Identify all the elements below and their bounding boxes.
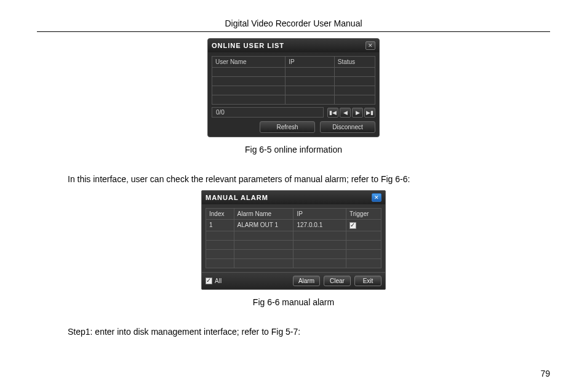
doc-header-title: Digital Video Recorder User Manual <box>37 18 550 28</box>
all-label: All <box>215 278 222 284</box>
pager-prev-icon[interactable]: ◀ <box>340 108 351 118</box>
paragraph-step1: Step1: enter into disk management interf… <box>68 327 550 337</box>
close-icon[interactable]: ✕ <box>365 41 375 50</box>
manual-alarm-table: Index Alarm Name IP Trigger 1 ALARM OUT … <box>206 208 381 268</box>
cell-index: 1 <box>206 220 234 231</box>
cell-alarm-name: ALARM OUT 1 <box>234 220 294 231</box>
dialog-body: User Name IP Status 0/0 ▮◀ ◀ ▶ ▶▮ <box>208 52 379 137</box>
table-row <box>206 258 381 268</box>
paragraph-manual-alarm-intro: In this interface, user can check the re… <box>68 174 550 184</box>
page-number: 79 <box>540 369 550 378</box>
table-row <box>206 231 381 240</box>
figure-manual-alarm: MANUAL ALARM ✕ Index Alarm Name IP Trigg… <box>37 190 550 307</box>
figure-caption: Fig 6-6 manual alarm <box>37 297 550 307</box>
clear-button[interactable]: Clear <box>324 276 351 286</box>
dialog-titlebar: ONLINE USER LIST ✕ <box>208 39 379 52</box>
col-alarm-name: Alarm Name <box>234 209 294 220</box>
pager-last-icon[interactable]: ▶▮ <box>364 108 375 118</box>
col-user-name: User Name <box>212 57 286 68</box>
exit-button[interactable]: Exit <box>354 276 381 286</box>
col-trigger: Trigger <box>346 209 381 220</box>
dialog-titlebar: MANUAL ALARM ✕ <box>202 191 385 204</box>
dialog-title: MANUAL ALARM <box>206 194 268 201</box>
all-checkbox[interactable] <box>206 278 212 284</box>
disconnect-button[interactable]: Disconnect <box>320 121 375 133</box>
header-divider <box>37 31 550 32</box>
online-user-table: User Name IP Status <box>212 56 375 105</box>
table-row <box>212 86 375 95</box>
alarm-button[interactable]: Alarm <box>293 276 320 286</box>
col-index: Index <box>206 209 234 220</box>
dialog-footer: All Alarm Clear Exit <box>202 272 385 289</box>
figure-caption: Fig 6-5 online information <box>37 145 550 154</box>
table-row <box>212 68 375 77</box>
online-user-dialog: ONLINE USER LIST ✕ User Name IP Status 0… <box>207 38 380 137</box>
pager-count: 0/0 <box>212 107 324 118</box>
pager-first-icon[interactable]: ▮◀ <box>327 108 338 118</box>
trigger-checkbox[interactable] <box>349 222 356 229</box>
refresh-button[interactable]: Refresh <box>260 121 315 133</box>
dialog-body: Index Alarm Name IP Trigger 1 ALARM OUT … <box>202 204 385 272</box>
cell-ip: 127.0.0.1 <box>294 220 346 231</box>
table-row: 1 ALARM OUT 1 127.0.0.1 <box>206 220 381 231</box>
col-ip: IP <box>294 209 346 220</box>
table-row <box>206 240 381 249</box>
table-row <box>206 249 381 258</box>
col-ip: IP <box>286 57 335 68</box>
table-row <box>212 77 375 86</box>
pager-buttons: ▮◀ ◀ ▶ ▶▮ <box>327 108 375 118</box>
pager-next-icon[interactable]: ▶ <box>352 108 363 118</box>
dialog-title: ONLINE USER LIST <box>212 42 284 49</box>
close-icon[interactable]: ✕ <box>372 193 381 202</box>
figure-online-user-list: ONLINE USER LIST ✕ User Name IP Status 0… <box>37 38 550 154</box>
col-status: Status <box>334 57 375 68</box>
table-row <box>212 95 375 105</box>
cell-trigger <box>346 220 381 231</box>
manual-alarm-dialog: MANUAL ALARM ✕ Index Alarm Name IP Trigg… <box>201 190 386 290</box>
